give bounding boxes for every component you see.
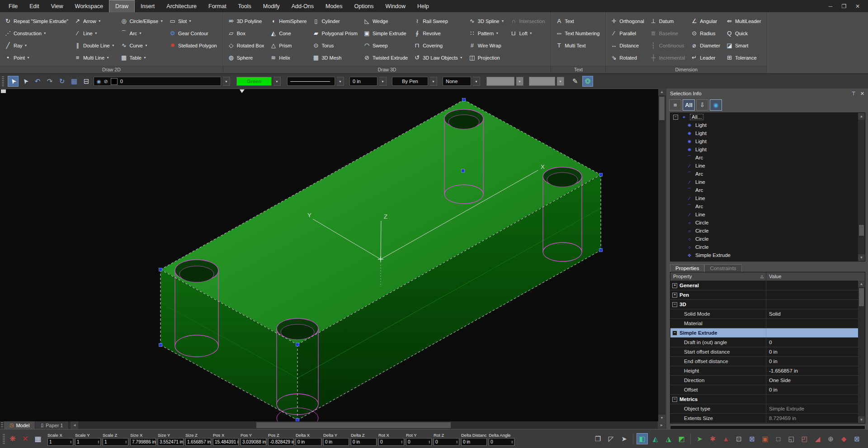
minimize-icon[interactable]: ─ bbox=[824, 3, 837, 9]
canvas-horizontal-scrollbar[interactable] bbox=[80, 422, 654, 428]
ribbon-item-polygonal-prism[interactable]: ▰Polygonal Prism bbox=[311, 27, 360, 39]
ribbon-item-covering[interactable]: ⊓Covering bbox=[412, 39, 466, 51]
ribbon-item-multileader[interactable]: ⇚MultiLeader bbox=[724, 15, 764, 27]
ribbon-item-distance[interactable]: ↔Distance bbox=[609, 39, 647, 51]
field-rot-z-input[interactable]: 0▴▾ bbox=[434, 438, 459, 446]
ribbon-item-3d-polyline[interactable]: 3D3D Polyline bbox=[226, 15, 268, 27]
menu-modes[interactable]: Modes bbox=[320, 0, 349, 12]
repeat-button[interactable]: ↻ bbox=[57, 76, 67, 87]
ribbon-item-diameter[interactable]: ⌀Diameter bbox=[689, 39, 723, 51]
color-combo[interactable]: Green bbox=[236, 77, 272, 86]
pen-combo[interactable]: By Pen bbox=[392, 77, 428, 86]
undo-button[interactable]: ↶ bbox=[32, 76, 43, 87]
scroll-down-icon[interactable]: ▼ bbox=[658, 415, 665, 421]
collapse-icon[interactable]: − bbox=[672, 302, 677, 307]
toolbar-grip[interactable] bbox=[2, 76, 4, 86]
menu-insert[interactable]: Insert bbox=[135, 0, 160, 12]
sheet-tab-model[interactable]: ◳Model bbox=[4, 421, 35, 429]
grid-scroll-thumb[interactable] bbox=[859, 288, 864, 306]
wireframe-mode-icon[interactable]: ◸ bbox=[605, 433, 617, 444]
spinner-icon[interactable]: ▴▾ bbox=[429, 439, 430, 445]
snap-apex-icon[interactable]: ▲ bbox=[720, 433, 731, 444]
ribbon-item-rail-sweep[interactable]: ≀Rail Sweep bbox=[412, 15, 466, 27]
expand-icon[interactable]: + bbox=[672, 283, 677, 288]
grid-row-3d[interactable]: −3D bbox=[670, 300, 865, 309]
grid-row-metrics[interactable]: −Metrics bbox=[670, 395, 865, 404]
field-rot-x-input[interactable]: 0▴▾ bbox=[378, 438, 404, 446]
grid-row-pen[interactable]: +Pen bbox=[670, 290, 865, 300]
ribbon-item-arrow[interactable]: ↗Arrow▼ bbox=[72, 15, 118, 27]
ribbon-item-rotated-box[interactable]: ◇Rotated Box bbox=[226, 39, 268, 51]
property-grid-header[interactable]: Property △ Value bbox=[670, 272, 865, 281]
line-style-dropdown-icon[interactable]: ▼ bbox=[337, 77, 344, 86]
expand-icon[interactable]: + bbox=[672, 293, 677, 298]
redraw-button[interactable]: ❋ bbox=[7, 433, 19, 445]
line-width-combo[interactable]: 0 in bbox=[349, 77, 377, 86]
ribbon-item-stellated-polygon[interactable]: ✹Stellated Polygon bbox=[167, 39, 220, 51]
ribbon-item-circle-ellipse[interactable]: ◎Circle/Ellipse▼ bbox=[119, 15, 167, 27]
collapse-icon[interactable]: − bbox=[672, 397, 677, 402]
tree-item-circle[interactable]: ○Circle bbox=[670, 219, 865, 227]
tree-item-arc[interactable]: ⌒Arc bbox=[670, 202, 865, 210]
grid-row-extents-size[interactable]: Extents Size8.729459 in bbox=[670, 414, 865, 423]
pencil-icon[interactable]: ✎ bbox=[570, 76, 580, 87]
ribbon-item-repeat-simple-extrude[interactable]: ↻Repeat "Simple Extrude" bbox=[3, 15, 71, 27]
grid-row-material[interactable]: Material bbox=[670, 319, 865, 328]
horizontal-scroll-thumb[interactable] bbox=[256, 422, 451, 428]
close-icon[interactable]: ✕ bbox=[860, 91, 864, 97]
tabrow-grip[interactable] bbox=[1, 422, 3, 428]
field-delta-z-input[interactable]: 0 in bbox=[351, 438, 377, 446]
ribbon-item-multi-text[interactable]: TMulti Text bbox=[554, 39, 603, 51]
tab-scroll-right-icon[interactable]: ► bbox=[658, 421, 665, 429]
tree-item-line[interactable]: ∕Line bbox=[670, 162, 865, 170]
spinner-icon[interactable]: ▴▾ bbox=[401, 439, 402, 445]
grid-scrollbar[interactable]: ▲ ▼ bbox=[858, 280, 865, 423]
ribbon-item-3d-law-objects[interactable]: ↺3D Law Objects▼ bbox=[412, 51, 466, 64]
spinner-icon[interactable]: ▴▾ bbox=[125, 439, 127, 445]
spinner-icon[interactable]: ▴▾ bbox=[456, 439, 458, 445]
menu-format[interactable]: Format bbox=[203, 0, 232, 12]
vertical-scroll-thumb[interactable] bbox=[659, 97, 665, 120]
ribbon-item-tolerance[interactable]: ⊞Tolerance bbox=[724, 51, 764, 64]
diamond-mode-icon[interactable]: ◆ bbox=[838, 433, 849, 444]
scroll-up-icon[interactable]: ▲ bbox=[658, 89, 665, 95]
menu-tools[interactable]: Tools bbox=[232, 0, 257, 12]
ribbon-item-loft[interactable]: ⊔Loft▼ bbox=[508, 27, 548, 39]
ribbon-item-wedge[interactable]: ◺Wedge bbox=[362, 15, 411, 27]
ribbon-item-arc[interactable]: ⌒Arc▼ bbox=[119, 27, 167, 39]
tab-properties[interactable]: Properties bbox=[670, 264, 704, 272]
spinner-icon[interactable]: ▴▾ bbox=[511, 439, 513, 445]
redo-button[interactable]: ↷ bbox=[44, 76, 55, 87]
snap-vertex-icon[interactable]: ◧ bbox=[637, 433, 648, 444]
ribbon-item-pattern[interactable]: ∷Pattern▼ bbox=[467, 27, 508, 39]
collapse-icon[interactable]: − bbox=[673, 115, 678, 120]
tree-item-line[interactable]: ∕Line bbox=[670, 194, 865, 202]
menu-options[interactable]: Options bbox=[349, 0, 380, 12]
ribbon-item-datum[interactable]: ⊥Datum bbox=[648, 15, 688, 27]
layer-combo[interactable]: ◉ ⊘ 0 bbox=[94, 77, 221, 86]
ribbon-item-text-numbering[interactable]: ₁₂₃Text Numbering bbox=[554, 27, 603, 39]
field-size-z-input[interactable]: 1.656857 in bbox=[185, 438, 211, 446]
lock-mode-icon[interactable]: ⊕ bbox=[825, 433, 836, 444]
cancel-button[interactable]: ✕ bbox=[19, 433, 31, 445]
ribbon-item-revolve[interactable]: ∮Revolve bbox=[412, 27, 466, 39]
grid-row-simple-extrude[interactable]: −Simple Extrude bbox=[670, 328, 865, 338]
tree-item-circle[interactable]: ○Circle bbox=[670, 227, 865, 235]
box-mode-icon[interactable]: □ bbox=[773, 433, 784, 444]
menu-window[interactable]: Window bbox=[380, 0, 411, 12]
canvas-vertical-scrollbar[interactable]: ▲ ▼ bbox=[658, 89, 665, 421]
restore-icon[interactable]: ❐ bbox=[837, 3, 851, 9]
crossed-frame-mode-icon[interactable]: ⊠ bbox=[851, 433, 863, 444]
tree-item-circle[interactable]: ○Circle bbox=[670, 243, 865, 251]
tree-item-arc[interactable]: ⌒Arc bbox=[670, 154, 865, 162]
field-size-x-input[interactable]: 7.799886 in bbox=[130, 438, 156, 446]
ribbon-item-sphere[interactable]: ◍Sphere bbox=[226, 51, 268, 64]
snap-edge-icon[interactable]: ◭ bbox=[650, 433, 661, 444]
spinner-icon[interactable]: ▴▾ bbox=[70, 439, 71, 445]
ribbon-item-text[interactable]: AText bbox=[554, 15, 603, 27]
tab-scroll-left-icon[interactable]: ◄ bbox=[71, 421, 78, 429]
select-tool[interactable]: ➤ bbox=[8, 76, 19, 87]
ribbon-item-multi-line[interactable]: ≡Multi Line▼ bbox=[72, 51, 118, 64]
menu-help[interactable]: Help bbox=[411, 0, 435, 12]
ribbon-item-quick[interactable]: QQuick bbox=[724, 27, 764, 39]
